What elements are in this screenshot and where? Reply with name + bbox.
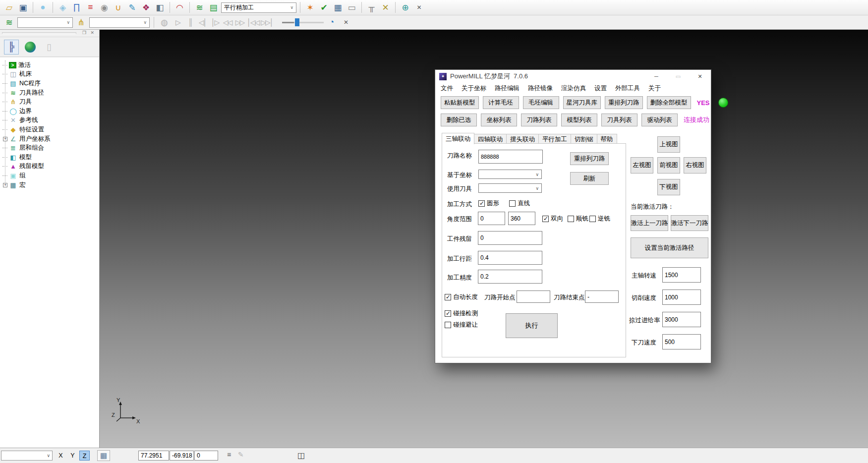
- expand-icon[interactable]: [3, 183, 7, 187]
- skim-feed-input[interactable]: [662, 312, 701, 327]
- toolpath-list-button[interactable]: 刀路列表: [521, 114, 557, 126]
- menu-render-sim[interactable]: 渲染仿真: [561, 84, 586, 93]
- block-icon[interactable]: ◈: [57, 1, 69, 14]
- line-checkbox[interactable]: 直线: [509, 199, 530, 208]
- save-project-icon[interactable]: ▣: [17, 1, 29, 14]
- toolpath-name-input[interactable]: [478, 150, 543, 164]
- tab-3axis[interactable]: 三轴联动: [442, 133, 474, 144]
- rapid-moves-icon[interactable]: ∏: [70, 1, 83, 14]
- spindle-speed-input[interactable]: [662, 267, 701, 283]
- stock-model-icon[interactable]: ◧: [154, 1, 166, 14]
- delete-selected-button[interactable]: 删除已选: [441, 114, 477, 126]
- rearrange-toolpath-button[interactable]: 重排列刀路: [605, 96, 643, 109]
- activate-prev-toolpath-button[interactable]: 激活上一刀路: [631, 215, 668, 231]
- tab-parallel[interactable]: 平行加工: [538, 134, 571, 144]
- play-button[interactable]: ▷: [173, 18, 183, 26]
- checkbox-box[interactable]: [445, 310, 451, 317]
- checkbox-box[interactable]: [542, 216, 549, 222]
- view-front-button[interactable]: 前视图: [657, 157, 680, 174]
- rearrange-button[interactable]: 重排列刀路: [570, 152, 609, 165]
- pages-icon[interactable]: ◫: [297, 451, 305, 460]
- cylinders-icon[interactable]: ⊕: [399, 1, 411, 14]
- tree-item-active[interactable]: >激活: [0, 60, 99, 70]
- grid-icon[interactable]: ▦: [97, 450, 110, 461]
- set-active-path-button[interactable]: 设置当前激活路径: [631, 237, 708, 258]
- pattern-icon[interactable]: ✎: [126, 1, 138, 14]
- menu-path-mirror[interactable]: 路径镜像: [528, 84, 553, 93]
- open-project-icon[interactable]: ▱: [3, 1, 15, 14]
- print-icon[interactable]: ●: [37, 1, 49, 14]
- strategy-list-icon[interactable]: ▤: [207, 1, 220, 14]
- tree-item-boundaries[interactable]: ◯边界: [0, 107, 99, 116]
- feed-rate-icon[interactable]: ≡: [84, 1, 97, 14]
- model-list-button[interactable]: 模型列表: [561, 114, 597, 126]
- view-left-button[interactable]: 左视图: [631, 157, 653, 174]
- strategy-dropdown[interactable]: 平行精加工 ∨: [221, 2, 296, 13]
- step-back-button[interactable]: ◁│: [197, 18, 208, 26]
- conventional-checkbox[interactable]: 逆铣: [589, 215, 610, 223]
- angle-to-input[interactable]: [508, 212, 535, 225]
- block-edit-button[interactable]: 毛坯编辑: [523, 96, 559, 109]
- tree-item-machine[interactable]: ◫机床: [0, 70, 99, 79]
- step-forward-button[interactable]: │▷: [210, 18, 220, 26]
- workplane-select[interactable]: ∨: [1, 451, 53, 461]
- climb-checkbox[interactable]: 顺铣: [568, 215, 588, 223]
- go-end-button[interactable]: ▷▷│: [261, 18, 273, 26]
- tree-item-levels[interactable]: ≣层和组合: [0, 143, 99, 153]
- angle-from-input[interactable]: [478, 212, 505, 225]
- tab-swivel[interactable]: 摆头联动: [506, 134, 539, 144]
- axis-swap-icon[interactable]: ✕: [379, 1, 392, 14]
- tree-item-workplanes[interactable]: ∠用户坐标系: [0, 134, 99, 144]
- tab-help[interactable]: 帮助: [597, 134, 617, 144]
- menu-file[interactable]: 文件: [441, 84, 453, 93]
- menu-external-tools[interactable]: 外部工具: [615, 84, 640, 93]
- start-point-input[interactable]: [517, 290, 550, 303]
- tree-item-toolpaths[interactable]: ≋刀具路径: [0, 88, 99, 98]
- tab-4axis[interactable]: 四轴联动: [474, 134, 507, 144]
- tool-select[interactable]: ∨: [89, 17, 150, 28]
- simulation-speed-slider[interactable]: [282, 18, 324, 27]
- checkbox-box[interactable]: [445, 294, 451, 300]
- menu-coords[interactable]: 关于坐标: [462, 84, 486, 93]
- axis-x-button[interactable]: X: [56, 451, 66, 461]
- drive-list-button[interactable]: 驱动列表: [641, 114, 678, 126]
- toolpath-verify-icon[interactable]: ✔: [318, 1, 330, 14]
- checkbox-box[interactable]: [568, 216, 574, 222]
- use-tool-select[interactable]: ∨: [478, 183, 542, 193]
- stock-allowance-input[interactable]: [478, 231, 542, 245]
- coord-x-field[interactable]: 77.2951: [138, 451, 169, 461]
- ruler-icon[interactable]: ▭: [346, 1, 358, 14]
- tree-item-groups[interactable]: ▣组: [0, 171, 99, 180]
- dialog-titlebar[interactable]: ✦ PowerMILL 忆梦星河 7.0.6 ─ ▭ ✕: [435, 70, 711, 83]
- panel-grip[interactable]: ❐ ✕: [0, 30, 99, 37]
- checkbox-box[interactable]: [478, 200, 485, 207]
- coord-y-field[interactable]: -69.918: [170, 451, 194, 461]
- tolerance-input[interactable]: [478, 270, 542, 284]
- pause-button[interactable]: ║: [185, 18, 195, 26]
- rewind-button[interactable]: ◁◁: [222, 18, 232, 26]
- points-icon[interactable]: ❖: [140, 1, 152, 14]
- tree-item-stock-models[interactable]: ▲残留模型: [0, 162, 99, 172]
- clock-icon[interactable]: ◔: [326, 16, 338, 29]
- tool-list-button[interactable]: 刀具列表: [601, 114, 637, 126]
- delete-all-models-button[interactable]: 删除全部模型: [647, 96, 691, 109]
- bidirectional-checkbox[interactable]: 双向: [542, 215, 563, 223]
- slider-handle[interactable]: [295, 18, 299, 26]
- checkbox-box[interactable]: [445, 322, 451, 328]
- tree-item-nc-programs[interactable]: ▤NC程序: [0, 79, 99, 88]
- auto-length-checkbox[interactable]: 自动长度: [445, 293, 478, 301]
- menu-settings[interactable]: 设置: [594, 84, 607, 93]
- axis-y-button[interactable]: Y: [67, 451, 78, 461]
- list-icon[interactable]: ≡: [227, 451, 231, 459]
- tool-change-icon[interactable]: ╥: [365, 1, 378, 14]
- tree-item-macros[interactable]: ▦宏: [0, 180, 99, 190]
- go-start-button[interactable]: │◁◁: [247, 18, 259, 26]
- globe-icon[interactable]: [23, 40, 38, 55]
- maximize-icon[interactable]: ▭: [667, 70, 689, 83]
- collision-check-icon[interactable]: ✶: [304, 1, 316, 14]
- coord-z-field[interactable]: 0: [194, 451, 218, 461]
- menu-path-edit[interactable]: 路径编辑: [495, 84, 520, 93]
- paste-model-button[interactable]: 粘贴新模型: [441, 96, 479, 109]
- view-top-button[interactable]: 上视图: [657, 136, 680, 153]
- toolbar-close-icon[interactable]: ✕: [413, 1, 425, 14]
